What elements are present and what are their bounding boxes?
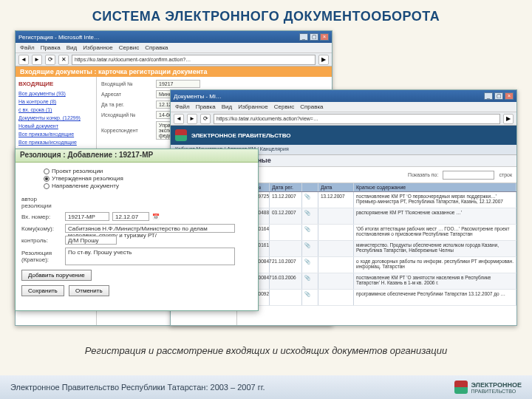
add-task-button[interactable]: Добавить поручение <box>21 270 92 281</box>
minimize-icon[interactable]: _ <box>299 33 308 41</box>
go-icon[interactable]: ▶ <box>318 55 329 65</box>
col-date[interactable]: Дата рег. <box>270 183 302 191</box>
col-date2[interactable]: Дата <box>318 183 354 191</box>
cell-date2 <box>318 290 354 305</box>
cell-date2 <box>318 273 354 289</box>
cell-summary: 'Об итогах аттестации рабочих мест … ГОО… <box>354 225 516 240</box>
address-a[interactable]: https://ko.tatar.ru/document-card/confir… <box>72 55 316 65</box>
close-icon[interactable]: × <box>505 92 514 100</box>
cell-att: 📎 <box>302 257 318 273</box>
sidebar-a-heading: ВХОДЯЩИЕ <box>18 80 93 88</box>
cell-date2 <box>318 208 354 224</box>
menu-help[interactable]: Справка <box>300 103 323 110</box>
field-vxdate[interactable]: 12.12.07 <box>112 212 149 221</box>
lbl-isxno: Исходящий № <box>101 112 153 117</box>
menu-edit[interactable]: Правка <box>41 44 61 51</box>
menu-file[interactable]: Файл <box>20 44 35 51</box>
save-button[interactable]: Сохранить <box>21 285 64 296</box>
reload-icon[interactable]: ⟳ <box>45 55 55 65</box>
sidebar-a-link[interactable]: Новый документ <box>18 122 93 130</box>
titlebar-a[interactable]: Регистрация - Microsoft Inte… _ ▢ × <box>16 31 332 43</box>
lbl-corr: Корреспондент <box>101 128 153 133</box>
stop-icon[interactable]: ✕ <box>58 55 69 65</box>
fwd-icon[interactable]: ► <box>187 114 197 124</box>
sidebar-a-link[interactable]: Все приказы/исходящие <box>18 138 93 146</box>
slide-title: СИСТЕМА ЭЛЕКТРОННОГО ДОКУМЕНТООБОРОТА <box>0 0 532 30</box>
maximize-icon[interactable]: ▢ <box>494 92 503 100</box>
col-summary[interactable]: Краткое содержание <box>354 183 516 191</box>
cell-att: 📎 <box>302 273 318 289</box>
cell-date2 <box>318 257 354 273</box>
maximize-icon[interactable]: ▢ <box>310 33 318 41</box>
table-row[interactable]: 10161📎министерство. Продукты обеспечение… <box>237 241 516 257</box>
field-who[interactable]: Сабитзянов Н.Ф./Министр/Министерство по … <box>65 224 235 233</box>
screenshot-canvas: Регистрация - Microsoft Inte… _ ▢ × Файл… <box>15 30 517 341</box>
back-icon[interactable]: ◄ <box>18 55 29 65</box>
cell-date2 <box>318 225 354 240</box>
field-vxno[interactable]: 19217 <box>156 80 200 88</box>
menu-tools[interactable]: Сервис <box>274 103 294 110</box>
radio-direction[interactable]: Направление документу <box>44 183 252 189</box>
menu-view[interactable]: Вид <box>222 103 232 110</box>
sidebar-a-link[interactable]: Все документы (93) <box>18 89 93 98</box>
table-row[interactable]: 10164📎'Об итогах аттестации рабочих мест… <box>237 225 516 241</box>
reload-icon[interactable]: ⟳ <box>200 114 211 124</box>
table-row[interactable]: 10092📎программное обеспечение Республики… <box>237 290 516 306</box>
fwd-icon[interactable]: ► <box>32 55 42 65</box>
slide-footer: Электронное Правительство Республики Тат… <box>0 375 532 399</box>
toolbar-b: ◄ ► ⟳ https://ko.tatar.ru/documents.acti… <box>171 112 516 126</box>
sidebar-a-link[interactable]: Документы конкр. (12299) <box>18 114 93 122</box>
footer-logo-bottom: ПРАВИТЕЛЬСТВО <box>471 389 522 394</box>
minimize-icon[interactable]: _ <box>484 92 493 100</box>
radio-draft-label: Проект резолюции <box>52 168 103 174</box>
cell-att: 📎 <box>302 225 318 240</box>
menu-help[interactable]: Справка <box>145 44 168 51</box>
cell-date <box>270 241 302 256</box>
close-icon[interactable]: × <box>320 33 329 41</box>
banner-b-text: ЭЛЕКТРОННОЕ ПРАВИТЕЛЬСТВО <box>191 132 290 139</box>
lbl-res: Резолюция (Краткое): <box>21 250 62 263</box>
radio-approved[interactable]: Утвержденная резолюция <box>44 175 252 182</box>
menu-view[interactable]: Вид <box>66 44 77 51</box>
lbl-ctrl: контроль: <box>21 237 62 244</box>
back-icon[interactable]: ◄ <box>174 114 184 124</box>
sidebar-a-link[interactable]: На контроле (8) <box>18 98 93 106</box>
menu-fav[interactable]: Избранное <box>83 44 113 51</box>
menu-edit[interactable]: Правка <box>196 103 216 110</box>
cell-date2 <box>318 241 354 256</box>
table-row[interactable]: 1048803.12.2007📎распоряжение КМ РТ 'Пояс… <box>237 208 516 225</box>
col-att[interactable] <box>302 183 318 191</box>
footer-logo-top: ЭЛЕКТРОННОЕ <box>471 381 522 389</box>
doc-a-header: Входящие документы : карточка регистраци… <box>16 66 332 77</box>
field-ctrl[interactable]: Д/М Прошу <box>65 236 117 245</box>
radio-draft[interactable]: Проект резолюции <box>44 168 252 174</box>
sidebar-a-link[interactable]: Все приказы/входящие <box>18 130 93 138</box>
lbl-date: Да та рег. <box>101 102 153 107</box>
cell-att: 📎 <box>302 241 318 256</box>
cell-att: 📎 <box>302 208 318 224</box>
menu-tools[interactable]: Сервис <box>119 44 139 51</box>
table-row[interactable]: 1972513.12.2007📎13.12.2007постановление … <box>237 192 516 208</box>
lbl-rows: строк <box>499 172 512 177</box>
sidebar-a-link[interactable]: с вх. срока (1) <box>18 106 93 114</box>
go-icon[interactable]: ▶ <box>503 114 514 124</box>
field-vxno-dlg[interactable]: 19217-МР <box>65 212 109 221</box>
cancel-button[interactable]: Отменить <box>69 285 109 296</box>
menu-file[interactable]: Файл <box>175 103 190 110</box>
sort-input[interactable] <box>443 171 494 180</box>
calendar-icon[interactable]: 📅 <box>152 214 160 220</box>
cell-date: 13.12.2007 <box>270 192 302 208</box>
menubar-a: Файл Правка Вид Избранное Сервис Справка <box>16 43 332 53</box>
titlebar-b[interactable]: Документы - Mi… _ ▢ × <box>171 90 516 102</box>
footer-text: Электронное Правительство Республики Тат… <box>10 383 265 392</box>
cell-summary: о ходе договорных работы по информ. респ… <box>354 257 516 273</box>
title-a-text: Регистрация - Microsoft Inte… <box>18 34 100 41</box>
lbl-author: автор резолюции <box>21 196 62 209</box>
table-row[interactable]: 10084716.03.2006📎постановление КМ РТ 'О … <box>237 273 516 290</box>
menu-fav[interactable]: Избранное <box>238 103 268 110</box>
field-res[interactable]: По ст-ву. Прошу учесть <box>65 248 235 265</box>
address-b[interactable]: https://ko.tatar.ru/documents.action?vie… <box>214 114 500 124</box>
cell-date: 03.12.2007 <box>270 208 302 224</box>
table-row[interactable]: 10084721.10.2007📎о ходе договорных работ… <box>237 257 516 273</box>
footer-logo: ЭЛЕКТРОННОЕ ПРАВИТЕЛЬСТВО <box>454 381 522 394</box>
